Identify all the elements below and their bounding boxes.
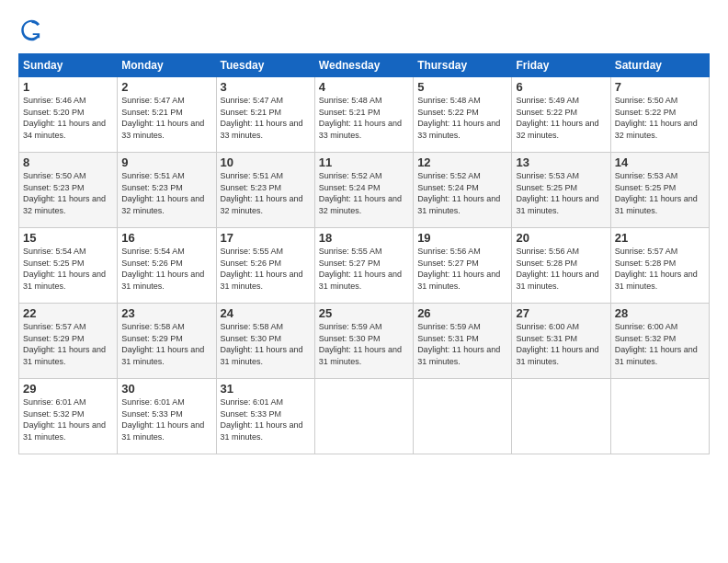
calendar-week-row: 22 Sunrise: 5:57 AMSunset: 5:29 PMDaylig… [19, 304, 710, 379]
day-number: 14 [615, 155, 705, 169]
day-number: 23 [121, 306, 211, 320]
calendar-cell: 9 Sunrise: 5:51 AMSunset: 5:23 PMDayligh… [118, 153, 216, 228]
day-info: Sunrise: 5:56 AMSunset: 5:27 PMDaylight:… [417, 247, 500, 291]
calendar-cell [314, 379, 413, 454]
calendar-cell: 12 Sunrise: 5:52 AMSunset: 5:24 PMDaylig… [414, 153, 512, 228]
day-info: Sunrise: 6:00 AMSunset: 5:32 PMDaylight:… [615, 322, 698, 366]
day-number: 12 [417, 155, 507, 169]
day-number: 31 [221, 382, 311, 396]
day-info: Sunrise: 5:54 AMSunset: 5:25 PMDaylight:… [23, 247, 106, 291]
day-number: 28 [615, 306, 705, 320]
day-number: 24 [221, 306, 311, 320]
calendar-cell: 4 Sunrise: 5:48 AMSunset: 5:21 PMDayligh… [314, 77, 413, 153]
day-info: Sunrise: 5:48 AMSunset: 5:22 PMDaylight:… [417, 96, 500, 140]
header [18, 15, 710, 48]
day-number: 9 [121, 155, 211, 169]
calendar-cell: 5 Sunrise: 5:48 AMSunset: 5:22 PMDayligh… [414, 77, 512, 153]
calendar-cell: 23 Sunrise: 5:58 AMSunset: 5:29 PMDaylig… [118, 304, 216, 379]
day-number: 21 [615, 231, 705, 245]
day-number: 27 [516, 306, 606, 320]
day-info: Sunrise: 5:52 AMSunset: 5:24 PMDaylight:… [319, 171, 402, 215]
calendar-cell: 31 Sunrise: 6:01 AMSunset: 5:33 PMDaylig… [216, 379, 314, 454]
calendar-cell: 3 Sunrise: 5:47 AMSunset: 5:21 PMDayligh… [216, 77, 314, 153]
day-number: 1 [23, 80, 113, 94]
calendar-cell: 27 Sunrise: 6:00 AMSunset: 5:31 PMDaylig… [512, 304, 610, 379]
calendar-cell [512, 379, 610, 454]
calendar-cell: 6 Sunrise: 5:49 AMSunset: 5:22 PMDayligh… [512, 77, 610, 153]
calendar-header-row: SundayMondayTuesdayWednesdayThursdayFrid… [19, 54, 710, 77]
calendar-week-row: 8 Sunrise: 5:50 AMSunset: 5:23 PMDayligh… [19, 153, 710, 228]
calendar-cell: 16 Sunrise: 5:54 AMSunset: 5:26 PMDaylig… [118, 228, 216, 304]
day-info: Sunrise: 5:48 AMSunset: 5:21 PMDaylight:… [319, 96, 402, 140]
day-number: 26 [417, 306, 507, 320]
weekday-header: Friday [512, 54, 610, 77]
day-info: Sunrise: 5:49 AMSunset: 5:22 PMDaylight:… [516, 96, 598, 140]
day-info: Sunrise: 5:59 AMSunset: 5:31 PMDaylight:… [417, 322, 500, 366]
calendar-cell: 20 Sunrise: 5:56 AMSunset: 5:28 PMDaylig… [512, 228, 610, 304]
calendar-table: SundayMondayTuesdayWednesdayThursdayFrid… [18, 53, 710, 454]
day-info: Sunrise: 5:50 AMSunset: 5:23 PMDaylight:… [23, 171, 106, 215]
day-number: 25 [319, 306, 409, 320]
day-number: 30 [121, 382, 211, 396]
calendar-cell: 30 Sunrise: 6:01 AMSunset: 5:33 PMDaylig… [118, 379, 216, 454]
day-info: Sunrise: 6:01 AMSunset: 5:32 PMDaylight:… [23, 397, 106, 442]
day-info: Sunrise: 5:57 AMSunset: 5:29 PMDaylight:… [23, 322, 106, 366]
logo-icon [20, 18, 46, 44]
page-container: SundayMondayTuesdayWednesdayThursdayFrid… [0, 0, 728, 464]
weekday-header: Monday [118, 54, 216, 77]
day-info: Sunrise: 5:53 AMSunset: 5:25 PMDaylight:… [615, 171, 698, 215]
calendar-body: 1 Sunrise: 5:46 AMSunset: 5:20 PMDayligh… [19, 77, 710, 454]
day-number: 3 [221, 80, 311, 94]
day-info: Sunrise: 5:53 AMSunset: 5:25 PMDaylight:… [516, 171, 598, 215]
logo [18, 18, 50, 48]
day-number: 7 [615, 80, 705, 94]
day-info: Sunrise: 5:58 AMSunset: 5:30 PMDaylight:… [221, 322, 303, 366]
day-info: Sunrise: 5:59 AMSunset: 5:30 PMDaylight:… [319, 322, 402, 366]
day-info: Sunrise: 5:57 AMSunset: 5:28 PMDaylight:… [615, 247, 698, 291]
day-number: 19 [417, 231, 507, 245]
calendar-cell: 7 Sunrise: 5:50 AMSunset: 5:22 PMDayligh… [610, 77, 709, 153]
calendar-cell: 26 Sunrise: 5:59 AMSunset: 5:31 PMDaylig… [414, 304, 512, 379]
day-number: 11 [319, 155, 409, 169]
day-info: Sunrise: 5:47 AMSunset: 5:21 PMDaylight:… [121, 96, 204, 140]
day-number: 29 [23, 382, 113, 396]
calendar-week-row: 1 Sunrise: 5:46 AMSunset: 5:20 PMDayligh… [19, 77, 710, 153]
day-info: Sunrise: 5:55 AMSunset: 5:26 PMDaylight:… [221, 247, 303, 291]
day-info: Sunrise: 5:51 AMSunset: 5:23 PMDaylight:… [121, 171, 204, 215]
weekday-header: Sunday [19, 54, 118, 77]
day-info: Sunrise: 5:51 AMSunset: 5:23 PMDaylight:… [221, 171, 303, 215]
calendar-cell: 21 Sunrise: 5:57 AMSunset: 5:28 PMDaylig… [610, 228, 709, 304]
calendar-cell: 25 Sunrise: 5:59 AMSunset: 5:30 PMDaylig… [314, 304, 413, 379]
day-info: Sunrise: 5:50 AMSunset: 5:22 PMDaylight:… [615, 96, 698, 140]
day-info: Sunrise: 5:56 AMSunset: 5:28 PMDaylight:… [516, 247, 598, 291]
calendar-cell: 15 Sunrise: 5:54 AMSunset: 5:25 PMDaylig… [19, 228, 118, 304]
day-number: 4 [319, 80, 409, 94]
calendar-week-row: 29 Sunrise: 6:01 AMSunset: 5:32 PMDaylig… [19, 379, 710, 454]
day-number: 16 [121, 231, 211, 245]
calendar-cell: 22 Sunrise: 5:57 AMSunset: 5:29 PMDaylig… [19, 304, 118, 379]
weekday-header: Saturday [610, 54, 709, 77]
calendar-cell [414, 379, 512, 454]
day-number: 8 [23, 155, 113, 169]
day-number: 18 [319, 231, 409, 245]
day-number: 2 [121, 80, 211, 94]
day-info: Sunrise: 6:00 AMSunset: 5:31 PMDaylight:… [516, 322, 598, 366]
day-info: Sunrise: 6:01 AMSunset: 5:33 PMDaylight:… [121, 397, 204, 442]
day-number: 15 [23, 231, 113, 245]
day-number: 5 [417, 80, 507, 94]
calendar-cell: 17 Sunrise: 5:55 AMSunset: 5:26 PMDaylig… [216, 228, 314, 304]
day-number: 17 [221, 231, 311, 245]
weekday-header: Thursday [414, 54, 512, 77]
day-info: Sunrise: 5:55 AMSunset: 5:27 PMDaylight:… [319, 247, 402, 291]
day-info: Sunrise: 5:54 AMSunset: 5:26 PMDaylight:… [121, 247, 204, 291]
calendar-cell: 24 Sunrise: 5:58 AMSunset: 5:30 PMDaylig… [216, 304, 314, 379]
calendar-cell: 11 Sunrise: 5:52 AMSunset: 5:24 PMDaylig… [314, 153, 413, 228]
calendar-cell: 29 Sunrise: 6:01 AMSunset: 5:32 PMDaylig… [19, 379, 118, 454]
calendar-cell: 13 Sunrise: 5:53 AMSunset: 5:25 PMDaylig… [512, 153, 610, 228]
calendar-cell: 19 Sunrise: 5:56 AMSunset: 5:27 PMDaylig… [414, 228, 512, 304]
day-number: 20 [516, 231, 606, 245]
day-info: Sunrise: 5:58 AMSunset: 5:29 PMDaylight:… [121, 322, 204, 366]
day-number: 6 [516, 80, 606, 94]
calendar-cell: 18 Sunrise: 5:55 AMSunset: 5:27 PMDaylig… [314, 228, 413, 304]
calendar-cell: 10 Sunrise: 5:51 AMSunset: 5:23 PMDaylig… [216, 153, 314, 228]
